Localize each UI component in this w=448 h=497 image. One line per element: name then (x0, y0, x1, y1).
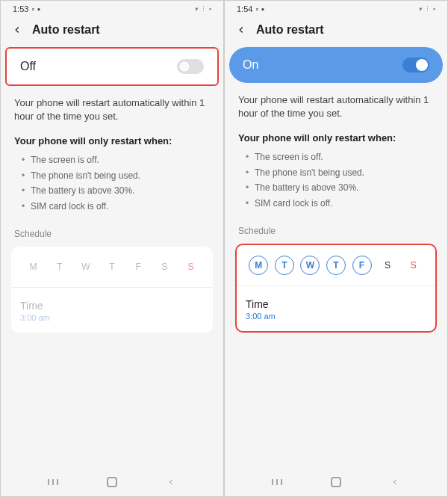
signal-icon: ▾ ⋮ ▪ (195, 5, 211, 13)
nav-back[interactable] (164, 475, 178, 489)
header: Auto restart (1, 16, 223, 47)
day-tue[interactable]: T (275, 256, 294, 275)
nav-recent[interactable] (46, 475, 60, 489)
toggle-switch[interactable] (177, 59, 204, 74)
nav-back[interactable] (388, 475, 402, 489)
time-row[interactable]: Time 3:00 am (20, 297, 204, 322)
condition-item: The battery is above 30%. (246, 180, 434, 195)
status-time: 1:54 (237, 4, 252, 13)
nav-home[interactable] (329, 475, 343, 489)
condition-item: SIM card lock is off. (22, 199, 210, 214)
status-icon-1: ▫ (31, 4, 34, 13)
nav-bar (225, 465, 447, 496)
schedule-heading: Schedule (14, 229, 210, 239)
day-fri[interactable]: F (352, 256, 372, 275)
nav-bar (1, 465, 223, 496)
time-label: Time (20, 300, 204, 312)
day-thu[interactable]: T (102, 257, 122, 277)
toggle-switch[interactable] (402, 58, 429, 72)
svg-rect-3 (108, 478, 116, 487)
nav-recent[interactable] (270, 475, 284, 489)
day-thu[interactable]: T (326, 256, 346, 275)
time-label: Time (246, 298, 426, 310)
schedule-card: M T W T F S S Time 3:00 am (11, 247, 213, 333)
conditions-heading: Your phone will only restart when: (14, 135, 210, 146)
description: Your phone will restart automatically wi… (238, 93, 434, 120)
day-mon[interactable]: M (249, 256, 268, 275)
phone-left: 1:53 ▫ ▪ ▾ ⋮ ▪ Auto restart Off Your pho… (0, 0, 224, 497)
status-icon-2: ▪ (261, 4, 264, 13)
conditions-list: The screen is off. The phone isn't being… (238, 149, 434, 211)
day-sun[interactable]: S (181, 257, 200, 277)
time-row[interactable]: Time 3:00 am (246, 295, 426, 321)
back-button[interactable] (11, 24, 23, 36)
day-sat[interactable]: S (378, 256, 397, 275)
day-tue[interactable]: T (50, 257, 69, 277)
time-value: 3:00 am (20, 313, 204, 322)
day-sun[interactable]: S (404, 256, 423, 275)
signal-icon: ▾ ⋮ ▪ (419, 5, 435, 13)
status-icon-1: ▫ (255, 4, 258, 13)
day-fri[interactable]: F (128, 257, 148, 277)
days-row: M T W T F S S (20, 257, 204, 287)
description: Your phone will restart automatically wi… (14, 96, 210, 123)
condition-item: SIM card lock is off. (246, 196, 434, 211)
condition-item: The phone isn't being used. (246, 165, 434, 180)
phone-right: 1:54 ▫ ▪ ▾ ⋮ ▪ Auto restart On Your phon… (224, 0, 448, 497)
svg-rect-7 (332, 478, 340, 487)
toggle-label: On (243, 58, 258, 72)
status-bar: 1:53 ▫ ▪ ▾ ⋮ ▪ (1, 1, 223, 16)
condition-item: The phone isn't being used. (22, 168, 210, 183)
schedule-card: M T W T F S S Time 3:00 am (235, 244, 437, 333)
schedule-heading: Schedule (238, 226, 434, 236)
day-wed[interactable]: W (76, 257, 96, 277)
condition-item: The battery is above 30%. (22, 183, 210, 198)
day-sat[interactable]: S (155, 257, 174, 277)
page-title: Auto restart (32, 23, 100, 37)
master-toggle-row[interactable]: On (229, 47, 443, 83)
time-value: 3:00 am (246, 312, 426, 321)
header: Auto restart (225, 16, 447, 47)
day-wed[interactable]: W (300, 256, 320, 275)
nav-home[interactable] (105, 475, 119, 489)
status-icon-2: ▪ (37, 4, 40, 13)
master-toggle-row[interactable]: Off (5, 47, 219, 86)
status-time: 1:53 (13, 4, 28, 13)
back-button[interactable] (235, 24, 247, 36)
content: Your phone will restart automatically wi… (1, 86, 223, 465)
days-row: M T W T F S S (246, 256, 426, 285)
conditions-heading: Your phone will only restart when: (238, 132, 434, 143)
toggle-label: Off (20, 60, 36, 73)
divider (11, 287, 213, 288)
condition-item: The screen is off. (22, 152, 210, 167)
content: Your phone will restart automatically wi… (225, 83, 447, 465)
divider (237, 285, 435, 286)
day-mon[interactable]: M (24, 257, 43, 277)
condition-item: The screen is off. (246, 149, 434, 164)
status-bar: 1:54 ▫ ▪ ▾ ⋮ ▪ (225, 1, 447, 16)
page-title: Auto restart (256, 23, 324, 37)
conditions-list: The screen is off. The phone isn't being… (14, 152, 210, 214)
